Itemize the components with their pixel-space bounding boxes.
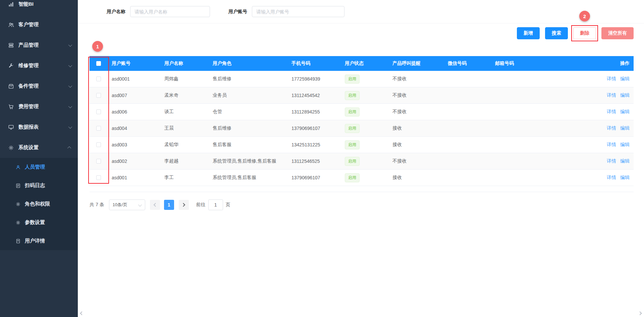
delete-button-wrap: 2 删除 (573, 27, 596, 39)
sidebar-item-products[interactable]: 产品管理 (0, 35, 78, 55)
horizontal-scrollbar[interactable] (78, 311, 644, 316)
chevron-down-icon (68, 84, 72, 87)
account-label: 用户账号 (228, 9, 247, 15)
main-content: 用户名称 用户账号 新增 搜索 2 删除 清空所有 用户账号 用户名称 用户角色… (78, 0, 644, 317)
cell-account: asd001 (108, 175, 160, 180)
detail-link[interactable]: 详情 (607, 109, 616, 115)
scroll-right-icon[interactable] (638, 311, 642, 315)
col-ops: 操作 (598, 60, 634, 66)
total-count: 共 7 条 (90, 202, 104, 208)
cell-notify: 接收 (388, 142, 444, 148)
cell-account: asd0001 (108, 76, 160, 82)
sidebar-subitem-label: 参数设置 (25, 219, 45, 226)
page-size-value: 10条/页 (113, 202, 127, 208)
sidebar-item-spare-parts[interactable]: 备件管理 (0, 76, 78, 96)
select-all-checkbox[interactable] (96, 61, 101, 66)
annotation-step-2: 2 (579, 11, 590, 21)
sidebar-item-repair[interactable]: 维修管理 (0, 55, 78, 76)
row-checkbox[interactable] (96, 77, 101, 81)
chevron-down-icon (68, 63, 72, 67)
row-checkbox[interactable] (96, 93, 101, 98)
sidebar-item-label: 系统设置 (18, 144, 39, 151)
cell-phone: 13425131225 (287, 142, 341, 147)
cell-role: 系统管理员,售后维修,售后客服 (209, 158, 287, 164)
table-header: 用户账号 用户名称 用户角色 手机号码 用户状态 产品呼叫提醒 微信号码 邮箱号… (90, 56, 634, 71)
page-size-select[interactable]: 10条/页 (109, 199, 145, 210)
username-input[interactable] (130, 6, 210, 17)
sidebar-subitem-personnel[interactable]: 人员管理 (0, 158, 78, 176)
sidebar-item-label: 客户管理 (18, 21, 39, 28)
chevron-left-icon (153, 203, 157, 207)
row-checkbox[interactable] (96, 175, 101, 180)
sidebar-item-bi[interactable]: 智能BI (0, 0, 78, 14)
cell-phone: 13112454542 (287, 93, 341, 98)
toolbar: 新增 搜索 2 删除 清空所有 (78, 26, 644, 41)
goto-unit: 页 (226, 202, 230, 208)
chevron-down-icon (68, 104, 72, 108)
cell-notify: 不接收 (388, 76, 444, 82)
sidebar-subitem-parameters[interactable]: 参数设置 (0, 213, 78, 232)
page-number-button[interactable]: 1 (164, 200, 174, 210)
detail-link[interactable]: 详情 (607, 158, 616, 164)
detail-link[interactable]: 详情 (607, 92, 616, 98)
bar-chart-icon (8, 1, 14, 7)
row-checkbox[interactable] (96, 109, 101, 114)
wrench-icon (8, 63, 14, 69)
search-button[interactable]: 搜索 (545, 27, 568, 39)
cell-phone: 13790696107 (287, 126, 341, 131)
status-badge: 启用 (345, 124, 360, 133)
prev-page-button[interactable] (150, 200, 160, 210)
sidebar-subitem-user-details[interactable]: 用户详情 (0, 232, 78, 250)
detail-link[interactable]: 详情 (607, 76, 616, 82)
delete-button[interactable]: 删除 (573, 27, 596, 39)
col-name: 用户名称 (160, 60, 209, 66)
sidebar-item-label: 产品管理 (18, 42, 39, 48)
detail-link[interactable]: 详情 (607, 125, 616, 131)
gear-icon (15, 201, 21, 207)
cell-name: 周炜鑫 (160, 76, 209, 82)
cart-icon (8, 104, 14, 110)
account-input[interactable] (252, 6, 344, 17)
cell-role: 售后客服 (209, 142, 287, 148)
table-row: asd002 李超越 系统管理员,售后维修,售后客服 13112546525 启… (90, 153, 634, 170)
cell-account: asd006 (108, 109, 160, 115)
detail-link[interactable]: 详情 (607, 175, 616, 181)
goto-page-input[interactable] (208, 199, 223, 210)
row-checkbox[interactable] (96, 159, 101, 164)
settings-submenu: 人员管理 扫码日志 角色和权限 参数设置 用户详情 (0, 158, 78, 250)
next-page-button[interactable] (179, 200, 189, 210)
edit-link[interactable]: 编辑 (620, 92, 630, 98)
row-checkbox[interactable] (96, 142, 101, 147)
sidebar-item-expenses[interactable]: 费用管理 (0, 96, 78, 117)
sidebar-item-customers[interactable]: 客户管理 (0, 14, 78, 35)
col-status: 用户状态 (341, 60, 388, 66)
table-row: asd001 李工 系统管理员,售后客服 13790696107 启用 接收 详… (90, 170, 634, 186)
edit-link[interactable]: 编辑 (620, 109, 630, 115)
cell-phone: 13112894255 (287, 109, 341, 115)
edit-link[interactable]: 编辑 (620, 125, 630, 131)
cell-role: 售后维修 (209, 76, 287, 82)
sidebar-item-settings[interactable]: 系统设置 (0, 137, 78, 158)
sidebar-item-reports[interactable]: 数据报表 (0, 117, 78, 137)
row-checkbox[interactable] (96, 126, 101, 131)
cell-account: asd002 (108, 158, 160, 164)
edit-link[interactable]: 编辑 (620, 175, 630, 181)
col-wechat: 微信号码 (444, 60, 491, 66)
sidebar-subitem-label: 扫码日志 (25, 182, 45, 189)
edit-link[interactable]: 编辑 (620, 158, 630, 164)
clear-all-button[interactable]: 清空所有 (601, 27, 634, 39)
status-badge: 启用 (345, 140, 360, 149)
sidebar-subitem-roles-permissions[interactable]: 角色和权限 (0, 195, 78, 213)
detail-link[interactable]: 详情 (607, 142, 616, 148)
chevron-down-icon (68, 125, 72, 128)
status-badge: 启用 (345, 91, 360, 100)
scroll-left-icon[interactable] (80, 311, 84, 315)
table-footer-strip (90, 186, 634, 192)
edit-link[interactable]: 编辑 (620, 76, 630, 82)
cell-phone: 17725984939 (287, 76, 341, 82)
sidebar-subitem-scan-log[interactable]: 扫码日志 (0, 176, 78, 195)
gear-icon (15, 220, 21, 225)
add-button[interactable]: 新增 (517, 27, 540, 39)
annotation-step-1: 1 (92, 41, 103, 52)
edit-link[interactable]: 编辑 (620, 142, 630, 148)
